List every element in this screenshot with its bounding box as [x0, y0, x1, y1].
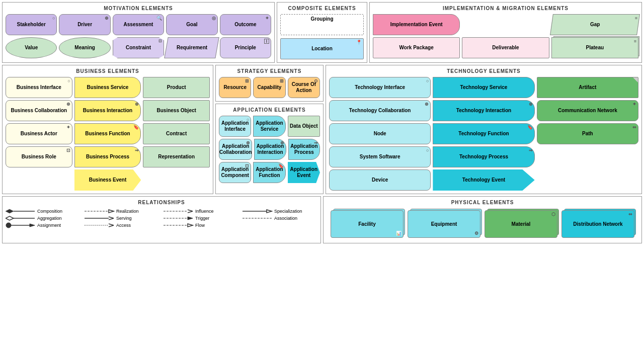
grouping[interactable]: Grouping — [280, 14, 364, 35]
goal[interactable]: ◎ Goal — [166, 14, 217, 35]
goal-icon: ◎ — [212, 16, 216, 21]
contract[interactable]: Contract — [143, 123, 210, 144]
business-interaction[interactable]: ⊗ Business Interaction — [74, 100, 141, 121]
path[interactable]: ⇔ Path — [537, 123, 638, 144]
app-component[interactable]: ⊡ Application Component — [219, 162, 251, 183]
value[interactable]: Value — [6, 37, 57, 58]
association-rel: Association — [243, 215, 317, 221]
representation[interactable]: Representation — [143, 146, 210, 167]
data-object[interactable]: Data Object — [288, 116, 320, 137]
assessment[interactable]: 🔍 Assessment — [113, 14, 164, 35]
app-interface[interactable]: ○ Application Interface — [219, 116, 251, 137]
tech-event[interactable]: Technology Event — [433, 169, 534, 191]
business-service[interactable]: Business Service — [74, 77, 141, 98]
resource[interactable]: ⊞ Resource — [219, 77, 251, 98]
tech-service[interactable]: Technology Service — [433, 77, 534, 98]
capability[interactable]: ⊞ Capability — [253, 77, 285, 98]
br-icon: ⊡ — [66, 148, 70, 153]
course-of-action[interactable]: ⊙ Course Of Action — [288, 77, 320, 98]
business-role[interactable]: ⊡ Business Role — [6, 146, 72, 167]
svg-marker-24 — [188, 224, 193, 227]
acomp-icon: ⊡ — [245, 163, 249, 169]
principle[interactable]: i Principle — [220, 37, 271, 58]
constraint-icon: ⊡ — [158, 39, 162, 44]
app-process[interactable]: ⇒ Application Process — [288, 139, 320, 160]
specialization-rel: Specialization — [243, 208, 317, 214]
svg-marker-0 — [6, 209, 14, 213]
tech-collaboration[interactable]: ⊗ Technology Collaboration — [329, 100, 431, 121]
technology-title: TECHNOLOGY ELEMENTS — [329, 68, 638, 74]
business-section: BUSINESS ELEMENTS ○ Business Interface ⊗… — [2, 65, 213, 194]
equipment[interactable]: ⚙ Equipment — [408, 210, 480, 238]
business-collaboration[interactable]: ⊗ Business Collaboration — [6, 100, 72, 121]
business-object[interactable]: Business Object — [143, 100, 210, 121]
implementation-event[interactable]: Implementation Event — [373, 14, 460, 35]
material[interactable]: ⬡ Material — [485, 210, 557, 238]
outcome[interactable]: ✦ Outcome — [220, 14, 271, 35]
relationships-title: RELATIONSHIPS — [6, 200, 317, 205]
tint-icon: ⊗ — [529, 102, 533, 107]
communication-network[interactable]: ✦ Communication Network — [537, 100, 638, 121]
assignment-label: Assignment — [37, 223, 61, 228]
device[interactable]: Device — [329, 169, 431, 191]
app-event[interactable]: Application Event — [288, 162, 320, 183]
node[interactable]: Node — [329, 123, 431, 144]
flow-label: Flow — [195, 223, 205, 228]
deliverable[interactable]: Deliverable — [462, 37, 549, 58]
tech-interface[interactable]: ○ Technology Interface — [329, 77, 431, 98]
composition-line — [6, 208, 36, 214]
ai-icon: ○ — [247, 117, 249, 123]
realization-label: Realization — [116, 209, 139, 214]
app-interaction[interactable]: ⊗ Application Interaction — [254, 139, 286, 160]
product[interactable]: Product — [143, 77, 210, 98]
work-package[interactable]: Work Package — [373, 37, 460, 58]
meaning[interactable]: Meaning — [59, 37, 110, 58]
business-event[interactable]: Business Event — [74, 169, 141, 191]
tech-interaction[interactable]: ⊗ Technology Interaction — [433, 100, 534, 121]
bi-icon: ○ — [67, 78, 70, 84]
driver[interactable]: ⊕ Driver — [59, 14, 110, 35]
system-software[interactable]: ○ System Software — [329, 146, 431, 167]
stakeholder[interactable]: ○ Stakeholder — [6, 14, 57, 35]
coa-icon: ⊙ — [314, 78, 318, 84]
app-collaboration[interactable]: ⊗ Application Collaboration — [219, 139, 252, 160]
path-icon: ⇔ — [632, 125, 636, 130]
influence-line — [164, 208, 194, 214]
composition-rel: Composition — [6, 208, 80, 214]
tech-function[interactable]: 🔖 Technology Function — [433, 123, 534, 144]
business-actor[interactable]: ✦ Business Actor — [6, 123, 72, 144]
svg-marker-9 — [6, 216, 14, 220]
svg-line-21 — [109, 224, 114, 225]
dist-icon: ⇔ — [628, 212, 632, 217]
business-title: BUSINESS ELEMENTS — [6, 68, 210, 74]
assessment-icon: 🔍 — [156, 16, 162, 21]
artifact[interactable]: Artifact — [537, 77, 638, 98]
ap-icon: ⇒ — [314, 140, 318, 146]
app-function[interactable]: 🔖 Application Function — [253, 162, 285, 183]
principle-icon: i — [264, 39, 269, 44]
driver-icon: ⊕ — [105, 16, 109, 21]
facility[interactable]: 📊 Facility — [331, 210, 404, 238]
implementation-title: IMPLEMENTATION & MIGRATION ELEMENTS — [373, 6, 638, 11]
tp-icon: ⇒ — [529, 148, 533, 153]
location[interactable]: 📍 Location — [280, 38, 364, 59]
specialization-line — [243, 208, 273, 214]
tech-process[interactable]: ⇒ Technology Process — [433, 146, 534, 167]
gap[interactable]: Gap ≡ — [550, 14, 640, 35]
business-interface[interactable]: ○ Business Interface — [6, 77, 72, 98]
constraint[interactable]: ⊡ Constraint — [113, 37, 164, 58]
business-function[interactable]: 🔖 Business Function — [74, 123, 141, 144]
requirement[interactable]: Requirement — [164, 37, 219, 58]
material-icon: ⬡ — [551, 212, 555, 217]
ti-icon: ○ — [426, 78, 429, 84]
motivation-title: MOTIVATION ELEMENTS — [6, 6, 271, 11]
app-service[interactable]: Application Service — [253, 116, 285, 137]
row3: RELATIONSHIPS Composition Realiz — [2, 196, 642, 243]
tech-empty2 — [537, 169, 638, 191]
plateau[interactable]: Plateau ≡ — [551, 37, 638, 58]
tech-empty — [537, 146, 638, 167]
business-process[interactable]: ⇒ Business Process — [74, 146, 141, 167]
svg-line-22 — [109, 225, 114, 227]
distribution-network[interactable]: ⇔ Distribution Network — [561, 210, 634, 238]
application-section: APPLICATION ELEMENTS ○ Application Inter… — [215, 104, 324, 194]
